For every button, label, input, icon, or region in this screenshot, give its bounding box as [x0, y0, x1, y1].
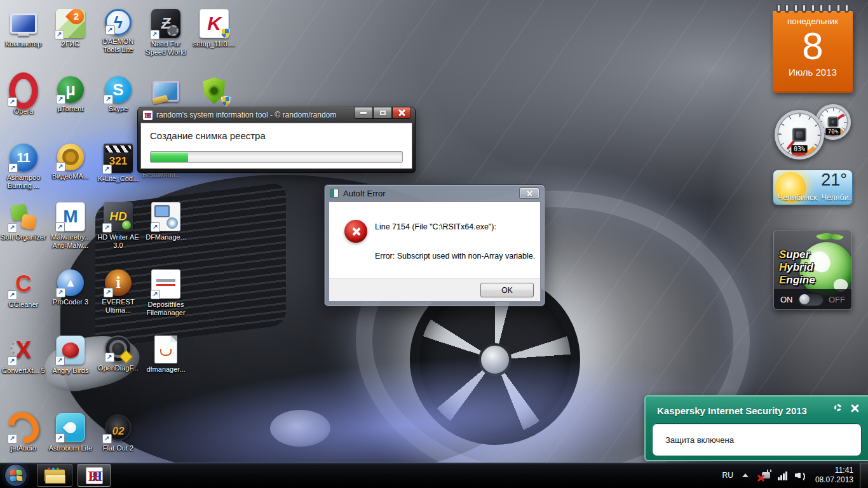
desktop-icon-label: ВидеоМА...: [48, 172, 93, 180]
shortcut-arrow-icon: [55, 433, 65, 443]
calendar-spiral: [776, 4, 849, 13]
ram-usage-value: 70%: [825, 128, 841, 135]
super-hybrid-engine-gadget[interactable]: Super Hybrid Engine ON OFF: [773, 230, 852, 310]
desktop-icon-angry-birds[interactable]: Angry Birds: [48, 336, 93, 375]
desktop-icon-kaspersky-setup[interactable]: Ksetup_11.0....: [191, 9, 237, 48]
taskbar-explorer-button[interactable]: [37, 464, 72, 487]
flatout2-icon: 02: [104, 413, 133, 442]
autoit-titlebar[interactable]: AutoIt Error: [325, 185, 545, 201]
maximize-button[interactable]: [373, 107, 392, 119]
system-tray: RU 11:41 08.07.2013: [722, 463, 868, 488]
desktop-icon-depositfiles[interactable]: Depositfiles Filemanager: [143, 269, 189, 317]
desktop-icon-label: Need For Speed World: [143, 40, 189, 57]
kaspersky-status-text: Защита включена: [665, 435, 734, 445]
desktop-icon-label: Flat Out 2: [95, 444, 141, 452]
taskbar-rsit-button[interactable]: RR: [78, 464, 111, 487]
desktop-icon-screen-cleaner[interactable]: [143, 76, 189, 105]
calendar-gadget[interactable]: понедельник 8 Июль 2013: [773, 4, 853, 93]
rsit-app-icon: RR: [143, 111, 153, 120]
she-off-label: OFF: [829, 295, 845, 304]
computer-icon: [9, 9, 38, 38]
desktop-icon-jetaudio[interactable]: jetAudio: [1, 413, 46, 452]
opendiag-icon: [105, 336, 132, 362]
desktop-icon-label: Malwareby... Anti-Malw...: [48, 233, 93, 250]
drweb-icon: [200, 76, 229, 105]
desktop-icon-drweb[interactable]: [191, 76, 237, 105]
shortcut-arrow-icon: [8, 163, 18, 173]
shortcut-arrow-icon: [56, 288, 65, 297]
desktop-icon-convertx[interactable]: XConvertXt... 5: [1, 336, 46, 375]
cpu-gauge[interactable]: 03%: [775, 110, 824, 159]
astroburn-icon: [56, 413, 85, 442]
close-icon: [398, 109, 405, 116]
start-button[interactable]: [4, 464, 27, 487]
shortcut-arrow-icon: [102, 434, 112, 444]
desktop-icon-2gis[interactable]: 22ГИС: [48, 9, 93, 48]
desktop-icon-daemon-tools[interactable]: ϟDAEMON Tools Lite: [95, 9, 141, 54]
desktop-icon-label: Angry Birds: [48, 367, 93, 375]
network-disconnected-icon[interactable]: [757, 469, 771, 482]
desktop-icon-utorrent[interactable]: µµTorrent: [48, 76, 93, 113]
gear-icon[interactable]: [834, 404, 841, 411]
desktop-icon-videomaster[interactable]: ВидеоМА...: [48, 144, 93, 180]
shortcut-arrow-icon: [55, 356, 65, 365]
desktop-icon-hd-writer[interactable]: HDHD Writer AE 3.0: [95, 202, 141, 250]
shortcut-arrow-icon: [56, 162, 65, 172]
desktop-icon-label: DAEMON Tools Lite: [95, 37, 141, 54]
desktop-icon-ccleaner[interactable]: CCCleaner: [1, 269, 46, 309]
minimize-button[interactable]: [354, 107, 373, 119]
close-icon: [527, 191, 532, 196]
shortcut-arrow-icon: [104, 95, 113, 104]
desktop-icon-opera[interactable]: Opera: [1, 76, 46, 116]
desktop-icon-dfmanage[interactable]: DFManage...: [143, 202, 189, 241]
desktop-icon-everest[interactable]: iEVEREST Ultima...: [95, 269, 141, 315]
weather-gadget[interactable]: 21° Челябинск, Челяби...: [773, 170, 853, 205]
autoit-error-dialog: AutoIt Error Line 7154 (File "C:\RSITx64…: [324, 184, 545, 306]
ashampoo-icon: 11: [10, 144, 37, 172]
desktop-icon-label: ConvertXt... 5: [1, 367, 46, 375]
desktop-icon-astroburn[interactable]: Astroburn Lite: [48, 413, 93, 452]
rsit-icon: RR: [86, 467, 103, 484]
desktop-icon-flatout2[interactable]: 02Flat Out 2: [95, 413, 141, 452]
desktop-icon-label: Ashampoo Burning ...: [1, 173, 46, 190]
desktop-icon-nfs-world[interactable]: ƵNeed For Speed World: [143, 9, 189, 57]
signal-strength-icon[interactable]: [778, 471, 787, 480]
desktop-icon-label: K-Lite_Cod...: [95, 175, 141, 183]
hd-writer-icon: HD: [104, 202, 133, 231]
she-toggle-switch[interactable]: [798, 293, 824, 306]
ok-button[interactable]: OK: [480, 283, 534, 297]
malwarebytes-icon: M: [56, 202, 85, 231]
klite-codec-icon: 321: [104, 144, 133, 173]
language-indicator[interactable]: RU: [722, 471, 733, 480]
clock-date: 08.07.2013: [815, 475, 853, 485]
shortcut-arrow-icon: [55, 30, 64, 39]
desktop-icon-klite-codec[interactable]: 321K-Lite_Cod...: [95, 144, 141, 183]
she-toggle-knob[interactable]: [799, 294, 810, 304]
close-button[interactable]: [392, 107, 411, 119]
show-hidden-icons-icon[interactable]: [742, 473, 749, 477]
desktop-icon-computer[interactable]: Компьютер: [1, 9, 46, 48]
kaspersky-status-box[interactable]: Защита включена: [652, 423, 862, 456]
desktop-icon-skype[interactable]: SSkype: [95, 76, 141, 113]
desktop-icon-ashampoo[interactable]: 11Ashampoo Burning ...: [1, 144, 46, 190]
desktop-icon-opendiag[interactable]: OpenDiagF...: [95, 336, 141, 372]
utorrent-icon: µ: [57, 76, 84, 103]
she-on-label: ON: [780, 295, 793, 304]
shortcut-arrow-icon: [8, 223, 17, 233]
volume-icon[interactable]: [795, 470, 806, 480]
convertx-icon: X: [9, 336, 38, 365]
rsit-titlebar[interactable]: RR random's system information tool - © …: [138, 107, 415, 123]
desktop-icon-label: dfmanager...: [143, 365, 189, 374]
show-desktop-button[interactable]: [860, 463, 868, 488]
desktop-icon-dfmanager-java[interactable]: dfmanager...: [143, 336, 189, 374]
autoit-close-button[interactable]: [519, 187, 539, 199]
desktop-icon-label: µTorrent: [48, 105, 93, 113]
shortcut-arrow-icon: [55, 222, 65, 232]
desktop-icon-soft-organizer[interactable]: Soft Organizer: [1, 202, 46, 241]
clock[interactable]: 11:41 08.07.2013: [815, 466, 853, 485]
close-icon[interactable]: [850, 403, 859, 412]
desktop-icon-procoder[interactable]: ▲ProCoder 3: [48, 269, 93, 306]
desktop-icon-malwarebytes[interactable]: MMalwareby... Anti-Malw...: [48, 202, 93, 250]
desktop-icon-label: OpenDiagF...: [95, 364, 141, 372]
desktop-icon-label: 2ГИС: [48, 40, 93, 48]
